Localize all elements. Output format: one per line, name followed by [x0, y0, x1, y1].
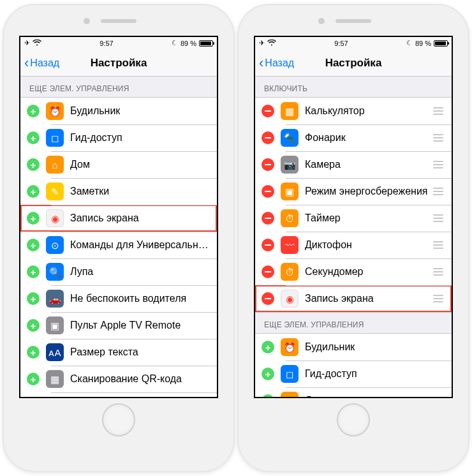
drag-handle-icon[interactable] [432, 134, 444, 142]
remove-button[interactable] [262, 105, 274, 117]
clock-icon: ⏰ [281, 338, 299, 356]
list-item: ⏱Секундомер [255, 258, 452, 285]
car-icon: 🚗 [46, 290, 64, 308]
list-item: +✎Заметки [20, 178, 217, 205]
drag-handle-icon[interactable] [432, 295, 444, 302]
more-controls-list: +⏰Будильник+◻Гид-доступ+⌂Дом+✎Заметки+◉З… [20, 97, 217, 397]
item-label: Пульт Apple TV Remote [70, 320, 209, 331]
magnifier-icon: 🔍 [46, 263, 64, 281]
item-label: Таймер [305, 212, 432, 224]
add-button[interactable]: + [262, 368, 274, 380]
drag-handle-icon[interactable] [432, 241, 444, 249]
item-label: Гид-доступ [305, 368, 444, 380]
list-item: +◻Гид-доступ [20, 124, 217, 151]
calc-icon: ▦ [281, 102, 299, 120]
list-item: +🔍Лупа [20, 258, 217, 285]
add-button[interactable]: + [262, 341, 274, 353]
item-label: Запись экрана [305, 293, 432, 304]
add-button[interactable]: + [262, 394, 274, 397]
wifi-icon [267, 40, 276, 47]
screen-left: ✈︎ 9:57 ☾ 89 % ‹ Назад Настройка [19, 36, 218, 398]
list-item: +⊙Команды для Универсального дост… [20, 232, 217, 258]
drag-handle-icon[interactable] [432, 268, 444, 276]
item-label: Гид-доступ [70, 132, 209, 144]
add-button[interactable]: + [27, 158, 40, 171]
back-button[interactable]: ‹ Назад [259, 56, 294, 70]
list-item: 🔦Фонарик [255, 124, 452, 151]
item-label: Будильник [70, 105, 209, 117]
qr-icon: ▦ [46, 370, 64, 388]
nav-bar: ‹ Назад Настройка [255, 50, 452, 77]
chevron-left-icon: ‹ [259, 56, 263, 70]
remove-button[interactable] [262, 158, 274, 171]
tv-icon: ▣ [46, 316, 64, 334]
list-item: +◉Запись экрана [20, 205, 217, 232]
more-controls-list: +⏰Будильник+◻Гид-доступ+⌂Дом+✎Заметки+⊙К… [255, 333, 452, 397]
clock-icon: ⏰ [46, 102, 64, 120]
add-button[interactable]: + [27, 212, 40, 225]
drag-handle-icon[interactable] [432, 214, 444, 222]
moon-icon: ☾ [406, 39, 413, 47]
add-button[interactable]: + [27, 131, 40, 144]
item-label: Не беспокоить водителя [70, 293, 209, 304]
list-item: +⏰Будильник [255, 334, 452, 361]
content-right: ВКЛЮЧИТЬ ▦Калькулятор🔦Фонарик📷Камера▣Реж… [255, 77, 452, 397]
add-button[interactable]: + [27, 239, 40, 251]
status-time: 9:57 [100, 40, 113, 47]
record-icon: ◉ [46, 209, 64, 227]
item-label: Фонарик [305, 132, 432, 144]
battery-icon [434, 40, 448, 47]
camera-icon: 📷 [281, 156, 299, 174]
drag-handle-icon[interactable] [432, 161, 444, 168]
remove-button[interactable] [262, 292, 274, 305]
list-item: +▣Пульт Apple TV Remote [20, 312, 217, 339]
moon-icon: ☾ [172, 39, 178, 47]
home-icon: ⌂ [281, 392, 299, 397]
item-label: Диктофон [305, 239, 432, 251]
chevron-left-icon: ‹ [24, 56, 29, 70]
remove-button[interactable] [262, 265, 274, 278]
remove-button[interactable] [262, 212, 274, 225]
item-label: Дом [305, 395, 444, 397]
back-label: Назад [265, 57, 294, 69]
phone-left: ✈︎ 9:57 ☾ 89 % ‹ Назад Настройка [4, 5, 233, 471]
add-button[interactable]: + [27, 373, 40, 385]
section-header-include: ВКЛЮЧИТЬ [255, 77, 452, 97]
add-button[interactable]: + [27, 319, 40, 332]
front-camera [318, 18, 325, 24]
torch-icon: 🔦 [281, 129, 299, 147]
add-button[interactable]: + [27, 265, 40, 278]
item-label: Размер текста [70, 346, 209, 358]
remove-button[interactable] [262, 239, 274, 251]
remove-button[interactable] [262, 131, 274, 144]
home-button[interactable] [102, 403, 135, 436]
battery-text: 89 % [181, 40, 196, 47]
guided-icon: ◻ [281, 365, 299, 383]
drag-handle-icon[interactable] [432, 188, 444, 195]
battery-icon [199, 40, 213, 47]
status-time: 9:57 [334, 40, 348, 47]
list-item: +▦Сканирование QR-кода [20, 366, 217, 392]
remove-button[interactable] [262, 185, 274, 198]
add-button[interactable]: + [27, 185, 40, 198]
drag-handle-icon[interactable] [432, 107, 444, 115]
airplane-icon: ✈︎ [259, 39, 265, 47]
list-item: ▣Режим энергосбережения [255, 178, 452, 205]
back-button[interactable]: ‹ Назад [24, 56, 59, 70]
content-left: ЕЩЕ ЭЛЕМ. УПРАВЛЕНИЯ +⏰Будильник+◻Гид-до… [20, 77, 217, 397]
lowpower-icon: ▣ [281, 182, 299, 200]
speaker [101, 19, 136, 23]
item-label: Сканирование QR-кода [70, 373, 209, 385]
list-item: +◻Гид-доступ [255, 361, 452, 387]
list-item: +🚗Не беспокоить водителя [20, 285, 217, 312]
list-item: 📷Камера [255, 151, 452, 178]
home-button[interactable] [337, 403, 370, 436]
add-button[interactable]: + [27, 292, 40, 305]
back-label: Назад [30, 57, 59, 69]
front-camera [84, 18, 90, 24]
add-button[interactable]: + [27, 105, 40, 117]
item-label: Запись экрана [70, 212, 209, 224]
item-label: Камера [305, 159, 432, 170]
add-button[interactable]: + [27, 346, 40, 359]
speaker [336, 19, 371, 23]
